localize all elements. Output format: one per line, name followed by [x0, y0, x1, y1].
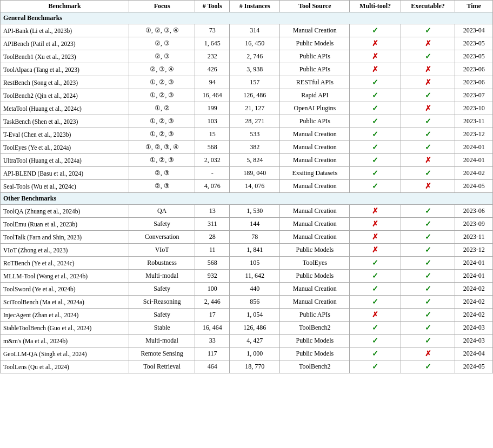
check-icon: ✓: [425, 143, 431, 151]
cell-tools: 117: [195, 347, 230, 360]
cell-instances: 126, 486: [230, 322, 280, 335]
table-row: ToolSword (Ye et al., 2024b)Safety100440…: [1, 283, 493, 296]
check-icon: ✓: [425, 246, 431, 254]
table-row: ToolTalk (Farn and Shin, 2023)Conversati…: [1, 231, 493, 244]
cell-multi-tool: ✗: [350, 37, 401, 50]
cell-tool-source: Public Models: [280, 347, 350, 360]
cell-focus: Safety: [129, 283, 195, 296]
cell-benchmark: GeoLLM-QA (Singh et al., 2024): [1, 347, 129, 360]
cell-focus: ②, ③, ④: [129, 63, 195, 76]
cell-focus: Conversation: [129, 231, 195, 244]
cell-benchmark: ToolAlpaca (Tang et al., 2023): [1, 63, 129, 76]
cell-tool-source: Manual Creation: [280, 180, 350, 193]
cell-tool-source: ToolBench2: [280, 322, 350, 335]
cell-multi-tool: ✓: [350, 167, 401, 180]
table-row: ToolEmu (Ruan et al., 2023b)Safety311144…: [1, 218, 493, 231]
cross-icon: ✗: [425, 350, 431, 358]
cell-multi-tool: ✓: [350, 128, 401, 141]
cell-tools: 1, 645: [195, 37, 230, 50]
cell-time: 2023-05: [455, 50, 493, 63]
check-icon: ✓: [372, 285, 378, 293]
cross-icon: ✗: [425, 39, 431, 48]
cell-executable: ✓: [401, 309, 455, 322]
check-icon: ✓: [372, 104, 378, 112]
cell-benchmark: ToolEyes (Ye et al., 2024a): [1, 141, 129, 154]
cell-instances: 533: [230, 128, 280, 141]
check-icon: ✓: [372, 78, 378, 86]
check-icon: ✓: [425, 285, 431, 293]
table-row: APIBench (Patil et al., 2023)②, ③1, 6451…: [1, 37, 493, 50]
cell-time: 2023-11: [455, 115, 493, 128]
check-icon: ✓: [372, 337, 378, 345]
cell-focus: Multi-modal: [129, 270, 195, 283]
table-row: T-Eval (Chen et al., 2023b)①, ②, ③15533M…: [1, 128, 493, 141]
cell-instances: 16, 450: [230, 37, 280, 50]
cell-tools: 17: [195, 309, 230, 322]
cell-focus: ①, ②, ③: [129, 128, 195, 141]
table-row: API-Bank (Li et al., 2023b)①, ②, ③, ④733…: [1, 24, 493, 37]
cell-instances: 126, 486: [230, 89, 280, 102]
cell-instances: 157: [230, 76, 280, 89]
cell-tool-source: Manual Creation: [280, 24, 350, 37]
cell-tools: 94: [195, 76, 230, 89]
cell-focus: ②, ③: [129, 37, 195, 50]
cell-multi-tool: ✓: [350, 115, 401, 128]
cell-tool-source: Public APIs: [280, 115, 350, 128]
cell-instances: 856: [230, 296, 280, 309]
cell-tool-source: Manual Creation: [280, 231, 350, 244]
cell-executable: ✗: [401, 347, 455, 360]
check-icon: ✓: [425, 272, 431, 280]
cell-multi-tool: ✓: [350, 257, 401, 270]
cell-executable: ✓: [401, 322, 455, 335]
cell-instances: 28, 271: [230, 115, 280, 128]
check-icon: ✓: [372, 169, 378, 177]
col-tools: # Tools: [195, 1, 230, 12]
cell-executable: ✗: [401, 102, 455, 115]
cross-icon: ✗: [425, 65, 431, 73]
check-icon: ✓: [425, 207, 431, 215]
check-icon: ✓: [425, 52, 431, 61]
cell-tool-source: ToolEyes: [280, 257, 350, 270]
cell-instances: 144: [230, 218, 280, 231]
cell-focus: ②, ③: [129, 180, 195, 193]
table-row: MetaTool (Huang et al., 2024c)①, ②19921,…: [1, 102, 493, 115]
cell-tool-source: Manual Creation: [280, 218, 350, 231]
cell-multi-tool: ✓: [350, 180, 401, 193]
check-icon: ✓: [372, 350, 378, 358]
cell-executable: ✓: [401, 257, 455, 270]
cell-multi-tool: ✓: [350, 154, 401, 167]
cell-tools: 232: [195, 50, 230, 63]
col-multi-tool: Multi-tool?: [350, 1, 401, 12]
check-icon: ✓: [372, 182, 378, 190]
cell-focus: ①, ②, ③, ④: [129, 141, 195, 154]
check-icon: ✓: [372, 272, 378, 280]
cell-focus: ①, ②, ③, ④: [129, 24, 195, 37]
table-row: GeoLLM-QA (Singh et al., 2024)Remote Sen…: [1, 347, 493, 360]
cell-focus: Safety: [129, 218, 195, 231]
cell-benchmark: ToolTalk (Farn and Shin, 2023): [1, 231, 129, 244]
cell-tools: 16, 464: [195, 322, 230, 335]
check-icon: ✓: [425, 117, 431, 125]
cell-tools: 2, 032: [195, 154, 230, 167]
cell-multi-tool: ✓: [350, 283, 401, 296]
cell-instances: 21, 127: [230, 102, 280, 115]
cell-executable: ✓: [401, 24, 455, 37]
cell-multi-tool: ✗: [350, 63, 401, 76]
cell-executable: ✗: [401, 76, 455, 89]
check-icon: ✓: [425, 91, 431, 99]
cell-executable: ✓: [401, 141, 455, 154]
cell-executable: ✓: [401, 335, 455, 347]
cell-tools: 568: [195, 257, 230, 270]
cell-executable: ✓: [401, 270, 455, 283]
cell-focus: ①, ②, ③: [129, 154, 195, 167]
cell-tool-source: RESTful APIs: [280, 76, 350, 89]
col-time: Time: [455, 1, 493, 12]
check-icon: ✓: [425, 363, 431, 371]
cell-multi-tool: ✓: [350, 102, 401, 115]
cell-tools: 16, 464: [195, 89, 230, 102]
cell-time: 2023-04: [455, 24, 493, 37]
col-executable: Executable?: [401, 1, 455, 12]
cell-focus: Sci-Reasoning: [129, 296, 195, 309]
cell-instances: 1, 054: [230, 309, 280, 322]
cell-executable: ✓: [401, 128, 455, 141]
